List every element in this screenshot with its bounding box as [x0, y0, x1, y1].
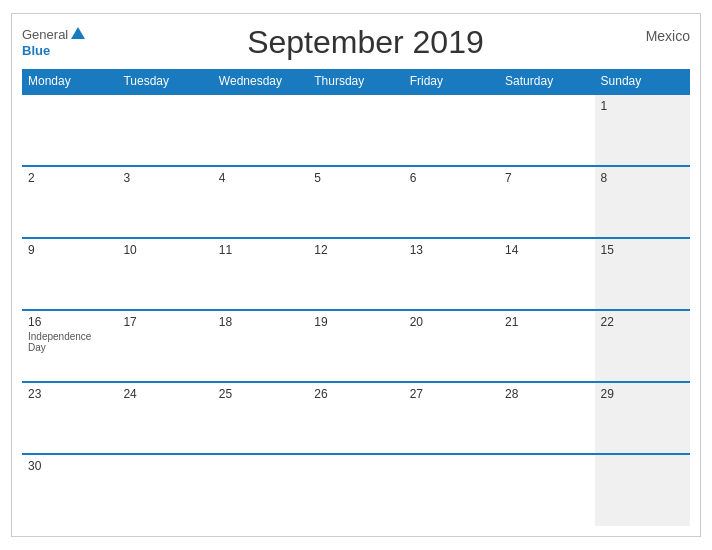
calendar-cell: 27: [404, 382, 499, 454]
day-number: 8: [601, 171, 684, 185]
calendar-cell: 14: [499, 238, 594, 310]
day-number: 30: [28, 459, 111, 473]
calendar-cell: 3: [117, 166, 212, 238]
weekday-header-thursday: Thursday: [308, 69, 403, 94]
calendar-cell: [308, 94, 403, 166]
calendar-cell: 30: [22, 454, 117, 526]
weekday-header-friday: Friday: [404, 69, 499, 94]
day-number: 13: [410, 243, 493, 257]
calendar-header: General Blue September 2019 Mexico: [22, 24, 690, 61]
calendar-cell: 6: [404, 166, 499, 238]
calendar-cell: [22, 94, 117, 166]
day-number: 25: [219, 387, 302, 401]
week-row-3: 9101112131415: [22, 238, 690, 310]
calendar-cell: 28: [499, 382, 594, 454]
day-number: 5: [314, 171, 397, 185]
day-number: 22: [601, 315, 684, 329]
logo-triangle-icon: [71, 27, 85, 39]
calendar-cell: 17: [117, 310, 212, 382]
calendar-cell: 15: [595, 238, 690, 310]
weekday-header-row: MondayTuesdayWednesdayThursdayFridaySatu…: [22, 69, 690, 94]
logo-general-text: General: [22, 27, 68, 43]
weekday-header-sunday: Sunday: [595, 69, 690, 94]
weekday-header-saturday: Saturday: [499, 69, 594, 94]
calendar-cell: 26: [308, 382, 403, 454]
day-number: 11: [219, 243, 302, 257]
day-number: 26: [314, 387, 397, 401]
day-number: 6: [410, 171, 493, 185]
calendar-cell: 13: [404, 238, 499, 310]
day-number: 15: [601, 243, 684, 257]
calendar-cell: 21: [499, 310, 594, 382]
day-number: 18: [219, 315, 302, 329]
day-number: 21: [505, 315, 588, 329]
calendar-cell: [595, 454, 690, 526]
calendar-cell: 22: [595, 310, 690, 382]
calendar-cell: [404, 94, 499, 166]
day-number: 3: [123, 171, 206, 185]
calendar-cell: 24: [117, 382, 212, 454]
day-number: 14: [505, 243, 588, 257]
calendar-cell: 19: [308, 310, 403, 382]
calendar-cell: 5: [308, 166, 403, 238]
calendar-cell: 25: [213, 382, 308, 454]
day-number: 10: [123, 243, 206, 257]
day-number: 1: [601, 99, 684, 113]
week-row-1: 1: [22, 94, 690, 166]
day-number: 28: [505, 387, 588, 401]
weekday-header-wednesday: Wednesday: [213, 69, 308, 94]
calendar-cell: [499, 454, 594, 526]
day-event: Independence Day: [28, 331, 111, 353]
day-number: 23: [28, 387, 111, 401]
calendar-cell: 8: [595, 166, 690, 238]
calendar-cell: 16Independence Day: [22, 310, 117, 382]
calendar-country: Mexico: [646, 28, 690, 44]
week-row-2: 2345678: [22, 166, 690, 238]
calendar-title: September 2019: [85, 24, 645, 61]
calendar-cell: 7: [499, 166, 594, 238]
day-number: 4: [219, 171, 302, 185]
logo-blue-text: Blue: [22, 43, 85, 59]
week-row-4: 16Independence Day171819202122: [22, 310, 690, 382]
calendar-cell: [308, 454, 403, 526]
calendar-cell: [117, 454, 212, 526]
day-number: 9: [28, 243, 111, 257]
calendar-cell: 18: [213, 310, 308, 382]
calendar-cell: 11: [213, 238, 308, 310]
day-number: 12: [314, 243, 397, 257]
calendar-cell: 10: [117, 238, 212, 310]
calendar-cell: 1: [595, 94, 690, 166]
day-number: 20: [410, 315, 493, 329]
calendar-cell: 29: [595, 382, 690, 454]
calendar-cell: [499, 94, 594, 166]
day-number: 16: [28, 315, 111, 329]
calendar-cell: [404, 454, 499, 526]
calendar-cell: 20: [404, 310, 499, 382]
calendar-cell: 9: [22, 238, 117, 310]
calendar-cell: 12: [308, 238, 403, 310]
calendar-cell: 2: [22, 166, 117, 238]
day-number: 2: [28, 171, 111, 185]
calendar-cell: [213, 94, 308, 166]
calendar-cell: 4: [213, 166, 308, 238]
week-row-5: 23242526272829: [22, 382, 690, 454]
calendar-container: General Blue September 2019 Mexico Monda…: [11, 13, 701, 537]
week-row-6: 30: [22, 454, 690, 526]
day-number: 29: [601, 387, 684, 401]
calendar-grid: MondayTuesdayWednesdayThursdayFridaySatu…: [22, 69, 690, 526]
day-number: 7: [505, 171, 588, 185]
logo: General Blue: [22, 27, 85, 58]
day-number: 24: [123, 387, 206, 401]
day-number: 27: [410, 387, 493, 401]
calendar-cell: [117, 94, 212, 166]
calendar-cell: [213, 454, 308, 526]
weekday-header-monday: Monday: [22, 69, 117, 94]
calendar-cell: 23: [22, 382, 117, 454]
day-number: 17: [123, 315, 206, 329]
weekday-header-tuesday: Tuesday: [117, 69, 212, 94]
day-number: 19: [314, 315, 397, 329]
